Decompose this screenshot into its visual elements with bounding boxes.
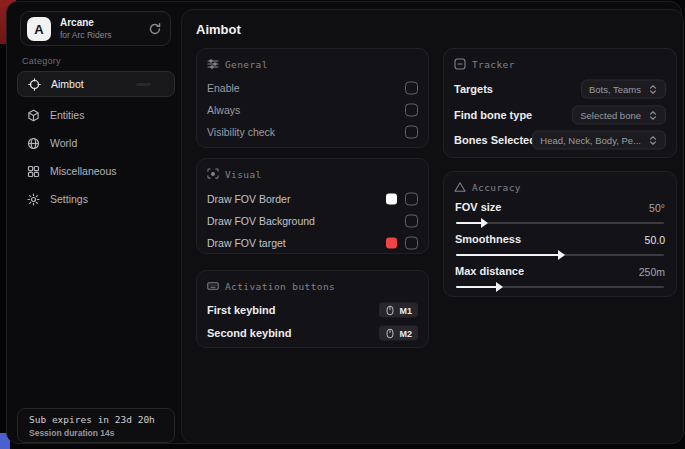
slider-label: Max distance (455, 265, 524, 277)
setting-row: Visibility check (207, 122, 419, 142)
setting-row: Bones Selected Head, Neck, Body, Pe... (454, 130, 667, 150)
grid-icon (27, 165, 40, 178)
refresh-icon[interactable] (148, 22, 162, 36)
chevrons-up-down-icon (648, 135, 658, 145)
chevrons-up-down-icon (648, 84, 658, 94)
max-distance-slider[interactable] (456, 283, 664, 291)
setting-label: Bones Selected (454, 134, 536, 146)
globe-icon (27, 137, 40, 150)
app-header-card: A Arcane for Arc Riders (20, 11, 171, 46)
sidebar-item-aimbot[interactable]: Aimbot (17, 71, 175, 97)
cube-icon (27, 109, 40, 122)
panel-tracker: Tracker Targets Bots, Teams Find bone ty… (443, 48, 677, 158)
smoothness-slider[interactable] (456, 251, 664, 259)
slider-value: 250m (639, 266, 665, 278)
panel-activation-header: Activation buttons (207, 280, 335, 292)
setting-row: Find bone type Selected bone (454, 105, 667, 125)
slider-thumb[interactable] (496, 282, 503, 292)
gear-icon (27, 193, 40, 206)
slider-label: FOV size (455, 201, 501, 213)
triangle-icon (454, 181, 466, 193)
setting-row: Draw FOV Border (207, 189, 419, 209)
first-keybind-button[interactable]: M1 (379, 303, 418, 318)
panel-visual-header: Visual (207, 168, 262, 180)
slider-fill (456, 286, 498, 288)
fov-border-checkbox[interactable] (405, 193, 418, 206)
targets-select[interactable]: Bots, Teams (581, 80, 666, 99)
category-label: Category (22, 56, 61, 66)
slider-fill (456, 254, 560, 256)
sidebar-item-label: Settings (50, 193, 88, 205)
setting-label: Draw FOV Background (207, 215, 315, 227)
sub-expires-text: Sub expires in 23d 20h (29, 414, 155, 425)
sidebar-item-label: Aimbot (51, 78, 84, 90)
setting-label: Find bone type (454, 109, 532, 121)
panel-visual: Visual Draw FOV Border Draw FOV Backgrou… (196, 158, 429, 254)
chevrons-up-down-icon (648, 110, 658, 120)
bones-selected-select[interactable]: Head, Neck, Body, Pe... (532, 131, 666, 150)
slider-thumb[interactable] (481, 218, 488, 228)
slider-value: 50.0 (645, 234, 665, 246)
panel-activation: Activation buttons First keybind M1 Seco… (196, 270, 429, 348)
slider-label: Smoothness (455, 233, 521, 245)
scan-eye-icon (207, 168, 219, 180)
fov-target-checkbox[interactable] (405, 237, 418, 250)
setting-label: Always (207, 104, 240, 116)
crosshair-icon (28, 78, 41, 91)
app-subtitle: for Arc Riders (60, 30, 112, 40)
sidebar-item-label: World (50, 137, 77, 149)
sliders-icon (207, 58, 219, 70)
subscription-card: Sub expires in 23d 20h Session duration … (17, 408, 175, 443)
sidebar-item-world[interactable]: World (17, 131, 175, 155)
sidebar-item-miscellaneous[interactable]: Miscellaneous (17, 159, 175, 183)
sidebar-item-entities[interactable]: Entities (17, 103, 175, 127)
enable-checkbox[interactable] (405, 82, 418, 95)
visibility-check-checkbox[interactable] (405, 126, 418, 139)
desktop: A Arcane for Arc Riders Category Aimbot (0, 0, 685, 449)
setting-row: Second keybind M2 (207, 323, 419, 343)
slider-value: 50° (649, 202, 665, 214)
setting-label: Enable (207, 82, 240, 94)
setting-row: First keybind M1 (207, 300, 419, 320)
panel-accuracy: Accuracy FOV size 50° Smoothness 50.0 Ma… (443, 171, 677, 297)
fov-target-color-swatch[interactable] (386, 238, 397, 249)
mouse-icon (385, 305, 395, 315)
always-checkbox[interactable] (405, 104, 418, 117)
panel-accuracy-header: Accuracy (454, 181, 521, 193)
setting-label: Second keybind (207, 327, 291, 339)
panel-general: General Enable Always Visibility check (196, 48, 429, 148)
setting-label: Draw FOV Border (207, 193, 290, 205)
setting-row: Draw FOV Background (207, 211, 419, 231)
app-window: A Arcane for Arc Riders Category Aimbot (6, 1, 682, 444)
setting-row: Targets Bots, Teams (454, 79, 667, 99)
setting-label: First keybind (207, 304, 275, 316)
sidebar-item-label: Miscellaneous (50, 165, 117, 177)
mouse-icon (385, 328, 395, 338)
setting-row: Enable (207, 78, 419, 98)
find-bone-type-select[interactable]: Selected bone (572, 106, 666, 125)
sidebar-item-settings[interactable]: Settings (17, 187, 175, 211)
panel-general-header: General (207, 58, 268, 70)
slider-fill (456, 222, 483, 224)
setting-label: Targets (454, 83, 493, 95)
fov-size-slider[interactable] (456, 219, 664, 227)
app-logo: A (27, 17, 51, 41)
setting-row: Draw FOV target (207, 233, 419, 253)
second-keybind-button[interactable]: M2 (379, 326, 418, 341)
faint-indicator (136, 83, 151, 86)
keyboard-icon (207, 280, 219, 292)
app-name: Arcane (60, 17, 94, 28)
sidebar-item-label: Entities (50, 109, 84, 121)
setting-label: Visibility check (207, 126, 275, 138)
session-duration-text: Session duration 14s (29, 428, 115, 438)
panel-tracker-header: Tracker (454, 58, 515, 70)
page-title: Aimbot (196, 22, 241, 37)
fov-background-checkbox[interactable] (405, 215, 418, 228)
setting-row: Always (207, 100, 419, 120)
focus-icon (454, 58, 466, 70)
main-content: Aimbot General Enable Always (181, 9, 684, 444)
setting-label: Draw FOV target (207, 237, 286, 249)
slider-thumb[interactable] (558, 250, 565, 260)
fov-border-color-swatch[interactable] (386, 194, 397, 205)
